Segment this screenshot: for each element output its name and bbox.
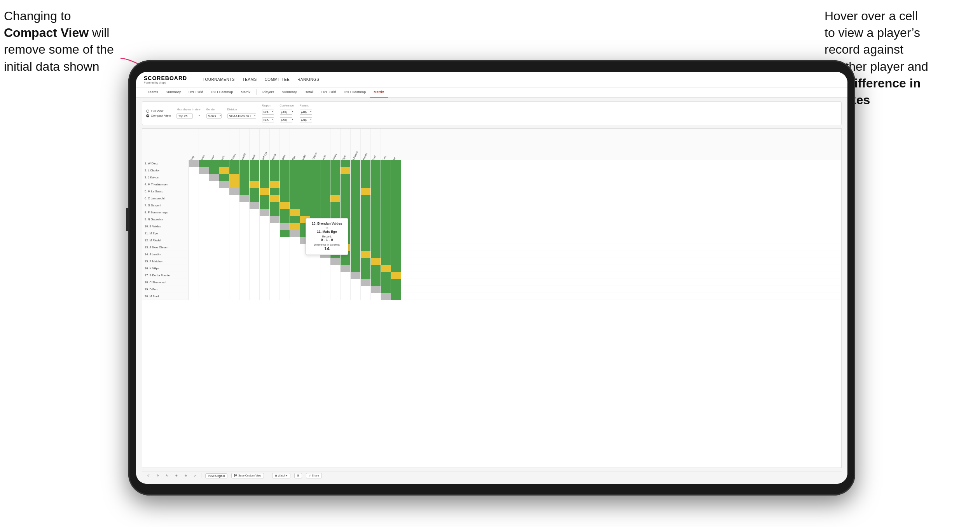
matrix-cell[interactable] <box>219 230 229 237</box>
matrix-cell[interactable] <box>219 174 229 181</box>
matrix-cell[interactable] <box>280 167 290 174</box>
matrix-cell[interactable] <box>310 265 320 272</box>
matrix-cell[interactable] <box>239 202 250 209</box>
matrix-cell[interactable] <box>381 258 391 265</box>
matrix-cell[interactable] <box>219 293 229 300</box>
matrix-cell[interactable] <box>199 244 209 251</box>
matrix-cell[interactable] <box>250 181 260 188</box>
matrix-cell[interactable] <box>381 286 391 293</box>
matrix-cell[interactable] <box>341 202 351 209</box>
tab-teams[interactable]: Teams <box>144 87 162 98</box>
matrix-cell[interactable] <box>250 216 260 223</box>
matrix-cell[interactable] <box>280 160 290 167</box>
matrix-cell[interactable] <box>189 174 199 181</box>
matrix-cell[interactable] <box>250 237 260 244</box>
matrix-cell[interactable] <box>199 279 209 286</box>
tab-matrix-1[interactable]: Matrix <box>237 87 255 98</box>
matrix-cell[interactable] <box>391 265 401 272</box>
matrix-cell[interactable] <box>189 244 199 251</box>
matrix-cell[interactable] <box>310 202 320 209</box>
matrix-cell[interactable] <box>290 160 300 167</box>
matrix-cell[interactable] <box>250 202 260 209</box>
matrix-cell[interactable] <box>239 167 250 174</box>
matrix-cell[interactable] <box>270 167 280 174</box>
matrix-cell[interactable] <box>361 251 371 258</box>
matrix-cell[interactable] <box>189 258 199 265</box>
matrix-cell[interactable] <box>320 188 330 195</box>
matrix-cell[interactable] <box>219 279 229 286</box>
matrix-cell[interactable] <box>239 209 250 216</box>
matrix-cell[interactable] <box>239 195 250 202</box>
matrix-cell[interactable] <box>209 174 219 181</box>
matrix-cell[interactable] <box>219 181 229 188</box>
matrix-cell[interactable] <box>351 160 361 167</box>
matrix-cell[interactable] <box>199 195 209 202</box>
matrix-cell[interactable] <box>310 195 320 202</box>
matrix-cell[interactable] <box>381 293 391 300</box>
matrix-cell[interactable] <box>189 265 199 272</box>
minus-btn[interactable]: ⊖ <box>183 473 189 478</box>
matrix-cell[interactable] <box>391 188 401 195</box>
matrix-cell[interactable] <box>371 279 381 286</box>
matrix-cell[interactable] <box>280 209 290 216</box>
matrix-cell[interactable] <box>341 293 351 300</box>
matrix-cell[interactable] <box>381 237 391 244</box>
matrix-cell[interactable] <box>290 188 300 195</box>
matrix-cell[interactable] <box>391 230 401 237</box>
matrix-cell[interactable] <box>361 216 371 223</box>
matrix-cell[interactable] <box>361 181 371 188</box>
matrix-cell[interactable] <box>199 160 209 167</box>
matrix-cell[interactable] <box>391 167 401 174</box>
matrix-cell[interactable] <box>330 293 341 300</box>
matrix-cell[interactable] <box>391 237 401 244</box>
matrix-cell[interactable] <box>250 293 260 300</box>
matrix-cell[interactable] <box>209 188 219 195</box>
matrix-cell[interactable] <box>260 188 270 195</box>
matrix-cell[interactable] <box>371 258 381 265</box>
tab-summary-1[interactable]: Summary <box>162 87 185 98</box>
matrix-cell[interactable] <box>260 293 270 300</box>
matrix-cell[interactable] <box>351 195 361 202</box>
matrix-cell[interactable] <box>381 265 391 272</box>
matrix-cell[interactable] <box>189 251 199 258</box>
matrix-cell[interactable] <box>219 286 229 293</box>
matrix-cell[interactable] <box>381 202 391 209</box>
matrix-cell[interactable] <box>361 244 371 251</box>
matrix-cell[interactable] <box>351 272 361 279</box>
matrix-cell[interactable] <box>371 237 381 244</box>
matrix-cell[interactable] <box>341 195 351 202</box>
players-select-1[interactable]: (All) <box>300 110 312 115</box>
matrix-cell[interactable] <box>239 258 250 265</box>
matrix-cell[interactable] <box>250 265 260 272</box>
matrix-cell[interactable] <box>391 181 401 188</box>
matrix-cell[interactable] <box>209 237 219 244</box>
matrix-cell[interactable] <box>270 181 280 188</box>
matrix-cell[interactable] <box>239 174 250 181</box>
matrix-cell[interactable] <box>310 286 320 293</box>
matrix-cell[interactable] <box>219 223 229 230</box>
matrix-cell[interactable] <box>320 195 330 202</box>
matrix-cell[interactable] <box>260 174 270 181</box>
matrix-cell[interactable] <box>361 265 371 272</box>
matrix-cell[interactable] <box>229 265 239 272</box>
matrix-cell[interactable] <box>280 230 290 237</box>
matrix-cell[interactable] <box>310 209 320 216</box>
matrix-cell[interactable] <box>270 293 280 300</box>
full-view-option[interactable]: Full View <box>146 109 171 113</box>
matrix-cell[interactable] <box>320 286 330 293</box>
save-custom-btn[interactable]: 💾 Save Custom View <box>231 473 264 478</box>
matrix-cell[interactable] <box>300 293 310 300</box>
matrix-cell[interactable] <box>189 237 199 244</box>
matrix-cell[interactable] <box>209 167 219 174</box>
matrix-cell[interactable] <box>250 258 260 265</box>
matrix-cell[interactable] <box>320 209 330 216</box>
share-btn[interactable]: ⤢ Share <box>306 473 322 478</box>
matrix-cell[interactable] <box>320 160 330 167</box>
matrix-cell[interactable] <box>371 223 381 230</box>
matrix-cell[interactable] <box>229 209 239 216</box>
matrix-cell[interactable] <box>199 209 209 216</box>
matrix-cell[interactable] <box>250 223 260 230</box>
matrix-cell[interactable] <box>209 230 219 237</box>
matrix-cell[interactable] <box>330 258 341 265</box>
matrix-cell[interactable] <box>280 286 290 293</box>
